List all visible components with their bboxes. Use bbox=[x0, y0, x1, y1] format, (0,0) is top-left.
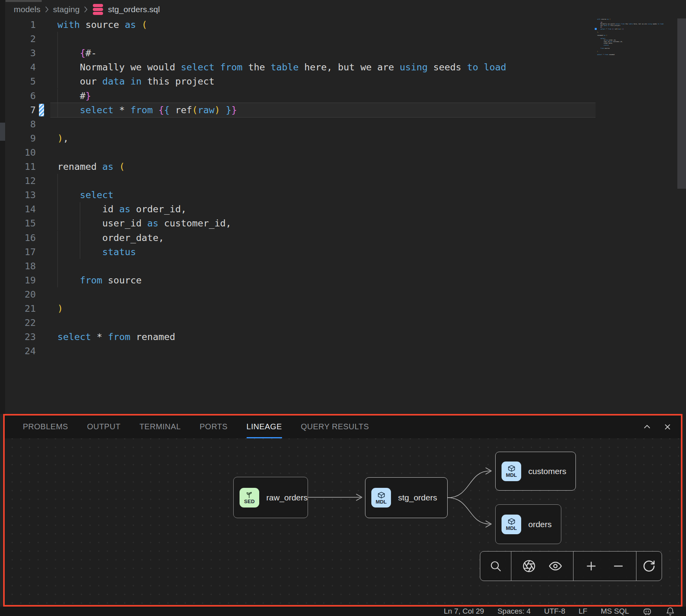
line-number[interactable]: 19 bbox=[0, 273, 36, 287]
line-number[interactable]: 3 bbox=[0, 46, 36, 60]
code-line[interactable]: 8 bbox=[0, 117, 686, 131]
zoom-out-icon[interactable] bbox=[609, 557, 627, 575]
code-text: #} bbox=[57, 89, 91, 103]
lineage-node-stg_orders[interactable]: MDLstg_orders bbox=[365, 477, 448, 518]
line-number[interactable]: 22 bbox=[0, 316, 36, 330]
code-line[interactable]: 19 from source bbox=[0, 273, 686, 287]
lineage-node-raw_orders[interactable]: SEDraw_orders bbox=[233, 477, 308, 518]
status-item[interactable]: Spaces: 4 bbox=[498, 607, 531, 616]
status-bar: Ln 7, Col 29Spaces: 4UTF-8LFMS SQL bbox=[0, 607, 686, 616]
minimap[interactable]: with source as ( {#- Normally we would s… bbox=[597, 18, 676, 66]
line-number[interactable]: 2 bbox=[0, 32, 36, 46]
zoom-in-icon[interactable] bbox=[582, 557, 600, 575]
vscode-window: models staging stg_orders.sql 1with sour… bbox=[0, 0, 686, 616]
status-item[interactable]: Ln 7, Col 29 bbox=[444, 607, 484, 616]
code-line[interactable]: 11renamed as ( bbox=[0, 160, 686, 174]
code-line[interactable]: 4 Normally we would select from the tabl… bbox=[0, 60, 686, 74]
line-number[interactable]: 17 bbox=[0, 245, 36, 259]
toolbar-section-search bbox=[480, 552, 511, 581]
code-text: Normally we would select from the table … bbox=[57, 60, 506, 74]
close-panel-button[interactable] bbox=[663, 422, 672, 432]
code-line[interactable]: 22 bbox=[0, 316, 686, 330]
code-line[interactable]: 1with source as ( bbox=[0, 18, 686, 32]
line-number[interactable]: 11 bbox=[0, 160, 36, 174]
line-number[interactable]: 14 bbox=[0, 202, 36, 216]
code-text: our data in this project bbox=[57, 74, 214, 88]
code-line[interactable]: 15 user_id as customer_id, bbox=[0, 216, 686, 230]
status-item[interactable]: MS SQL bbox=[601, 607, 629, 616]
code-line[interactable]: 3 {#- bbox=[0, 46, 686, 60]
line-number[interactable]: 1 bbox=[0, 18, 36, 32]
refresh-icon[interactable] bbox=[640, 557, 658, 575]
breadcrumb: models staging stg_orders.sql bbox=[14, 2, 160, 17]
editor-scrollbar[interactable] bbox=[677, 18, 686, 189]
indent-guide bbox=[57, 174, 58, 188]
line-number[interactable]: 20 bbox=[0, 287, 36, 302]
panel-tab-bar: PROBLEMSOUTPUTTERMINALPORTSLINEAGEQUERY … bbox=[5, 416, 681, 438]
badge-label: MDL bbox=[506, 473, 517, 478]
line-number[interactable]: 12 bbox=[0, 174, 36, 188]
lineage-canvas[interactable]: SEDraw_ordersMDLstg_ordersMDLcustomersMD… bbox=[5, 438, 681, 605]
line-number[interactable]: 13 bbox=[0, 188, 36, 202]
aperture-icon[interactable] bbox=[520, 557, 538, 575]
line-number[interactable]: 5 bbox=[0, 74, 36, 88]
code-line[interactable]: 7 select * from {{ ref(raw) }} bbox=[0, 103, 686, 117]
line-number[interactable]: 10 bbox=[0, 145, 36, 160]
code-line[interactable]: 13 select bbox=[0, 188, 686, 202]
line-number[interactable]: 8 bbox=[0, 117, 36, 131]
code-text: ), bbox=[57, 131, 69, 145]
tab-terminal[interactable]: TERMINAL bbox=[139, 416, 181, 438]
code-line[interactable]: 20 bbox=[0, 287, 686, 302]
breadcrumb-item-staging[interactable]: staging bbox=[53, 5, 80, 14]
line-number[interactable]: 7 bbox=[0, 103, 36, 117]
line-number[interactable]: 24 bbox=[0, 344, 36, 358]
status-item[interactable]: LF bbox=[579, 607, 587, 616]
code-line[interactable]: 9), bbox=[0, 131, 686, 145]
lineage-node-orders[interactable]: MDLorders bbox=[495, 504, 561, 544]
lineage-node-customers[interactable]: MDLcustomers bbox=[495, 452, 576, 491]
breadcrumb-item-models[interactable]: models bbox=[14, 5, 41, 14]
code-line[interactable]: 17 status bbox=[0, 245, 686, 259]
code-line[interactable]: 10 bbox=[0, 145, 686, 160]
code-line[interactable]: 6 #} bbox=[0, 89, 686, 103]
code-line[interactable]: 21) bbox=[0, 302, 686, 316]
line-number[interactable]: 16 bbox=[0, 231, 36, 245]
code-line[interactable]: 12 bbox=[0, 174, 686, 188]
eye-icon[interactable] bbox=[546, 557, 564, 575]
status-item[interactable]: UTF-8 bbox=[544, 607, 565, 616]
line-number[interactable]: 6 bbox=[0, 89, 36, 103]
code-line[interactable]: 14 id as order_id, bbox=[0, 202, 686, 216]
indent-guide bbox=[57, 259, 58, 273]
tab-output[interactable]: OUTPUT bbox=[87, 416, 120, 438]
code-line[interactable]: 16 order_date, bbox=[0, 231, 686, 245]
line-number[interactable]: 4 bbox=[0, 60, 36, 74]
line-number[interactable]: 9 bbox=[0, 131, 36, 145]
model-badge: MDL bbox=[502, 462, 521, 481]
code-line[interactable]: 24 bbox=[0, 344, 686, 358]
toolbar-section-refresh bbox=[636, 552, 662, 581]
code-line[interactable]: 5 our data in this project bbox=[0, 74, 686, 88]
chevron-right-icon bbox=[83, 6, 88, 13]
code-line[interactable]: 18 bbox=[0, 259, 686, 273]
bell-icon[interactable] bbox=[666, 607, 675, 616]
seed-badge: SED bbox=[240, 488, 259, 508]
tab-lineage[interactable]: LINEAGE bbox=[247, 416, 282, 438]
database-icon bbox=[93, 4, 103, 15]
line-number[interactable]: 23 bbox=[0, 330, 36, 344]
tab-problems[interactable]: PROBLEMS bbox=[23, 416, 68, 438]
line-number[interactable]: 15 bbox=[0, 216, 36, 230]
breadcrumb-file[interactable]: stg_orders.sql bbox=[108, 5, 160, 14]
copilot-icon[interactable] bbox=[642, 607, 652, 616]
code-line[interactable]: 2 bbox=[0, 32, 686, 46]
line-number[interactable]: 21 bbox=[0, 302, 36, 316]
line-number[interactable]: 18 bbox=[0, 259, 36, 273]
code-line[interactable]: 23select * from renamed bbox=[0, 330, 686, 344]
tab-ports[interactable]: PORTS bbox=[200, 416, 228, 438]
code-text: renamed as ( bbox=[57, 160, 125, 174]
maximize-panel-button[interactable] bbox=[642, 422, 652, 432]
indent-guide bbox=[57, 32, 58, 46]
code-editor[interactable]: 1with source as (23 {#-4 Normally we wou… bbox=[0, 18, 686, 411]
search-icon[interactable] bbox=[487, 557, 505, 575]
tab-query-results[interactable]: QUERY RESULTS bbox=[301, 416, 369, 438]
badge-label: MDL bbox=[376, 499, 387, 505]
